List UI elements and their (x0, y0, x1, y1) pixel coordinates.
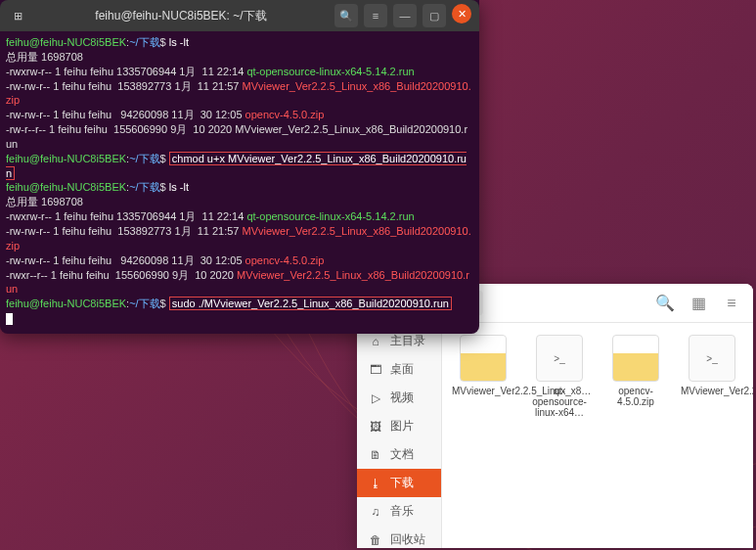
sidebar-item-label: 桌面 (390, 361, 414, 378)
sidebar-icon: ⭳ (369, 477, 382, 490)
sidebar-icon: 🗑 (369, 533, 382, 547)
sidebar-icon: ⌂ (369, 335, 382, 348)
search-icon[interactable]: 🔍 (334, 4, 358, 27)
file-item[interactable]: qt-opensource-linux-x64… (528, 335, 591, 418)
menu-icon[interactable]: ≡ (364, 4, 387, 27)
file-name: qt-opensource-linux-x64… (528, 386, 591, 418)
file-name: opencv-4.5.0.zip (604, 386, 667, 407)
new-tab-icon[interactable]: ⊞ (8, 6, 27, 25)
window-title: feihu@feihu-NUC8i5BEK: ~/下载 (27, 8, 334, 24)
file-name: MVviewer_Ver2.2.5_Linux_x8… (452, 386, 514, 396)
terminal-window: ⊞ feihu@feihu-NUC8i5BEK: ~/下载 🔍 ≡ — ▢ ✕ … (0, 0, 479, 334)
file-item[interactable]: MVviewer_Ver2.2.5_Linux_x8… (452, 335, 514, 396)
sidebar-item-2[interactable]: ▷视频 (357, 384, 441, 412)
sidebar-item-label: 音乐 (390, 503, 414, 520)
sidebar-item-3[interactable]: 🖼图片 (357, 412, 441, 440)
sidebar-item-6[interactable]: ♫音乐 (357, 497, 441, 526)
file-manager-grid[interactable]: MVviewer_Ver2.2.5_Linux_x8… qt-opensourc… (442, 284, 753, 548)
sidebar-item-5[interactable]: ⭳下载 (357, 469, 441, 497)
sidebar-icon: 🖼 (369, 420, 382, 434)
sidebar-item-label: 文档 (390, 446, 414, 463)
search-icon[interactable]: 🔍 (651, 290, 679, 317)
zip-file-icon (612, 335, 659, 382)
sidebar-item-label: 回收站 (390, 531, 425, 548)
zip-file-icon (460, 335, 507, 382)
sidebar-icon: 🗎 (369, 448, 382, 462)
sidebar-item-7[interactable]: 🗑回收站 (357, 526, 441, 548)
terminal-body[interactable]: feihu@feihu-NUC8i5BEK:~/下载$ ls -lt 总用量 1… (0, 31, 479, 334)
file-name: MVviewer_Ver2.2.5_Linux_x8… (681, 386, 743, 396)
sidebar-item-label: 主目录 (390, 333, 425, 349)
maximize-icon[interactable]: ▢ (422, 4, 446, 27)
run-file-icon (536, 335, 583, 382)
watermark: CSDN @霸鏊 (668, 527, 746, 544)
sidebar-item-label: 图片 (390, 418, 414, 435)
sidebar-icon: ♫ (369, 505, 382, 519)
sidebar-item-1[interactable]: 🗔桌面 (357, 355, 441, 384)
sidebar-item-label: 视频 (390, 390, 414, 406)
sidebar-item-label: 下载 (390, 475, 414, 491)
sidebar-icon: 🗔 (369, 363, 382, 377)
close-icon[interactable]: ✕ (452, 4, 471, 23)
file-item[interactable]: opencv-4.5.0.zip (604, 335, 667, 407)
sidebar-item-4[interactable]: 🗎文档 (357, 440, 441, 469)
sidebar-icon: ▷ (369, 391, 382, 405)
run-file-icon (689, 335, 735, 382)
menu-icon[interactable]: ≡ (718, 290, 745, 317)
view-grid-icon[interactable]: ▦ (685, 290, 712, 317)
minimize-icon[interactable]: — (393, 4, 417, 27)
terminal-titlebar[interactable]: ⊞ feihu@feihu-NUC8i5BEK: ~/下载 🔍 ≡ — ▢ ✕ (0, 0, 479, 31)
file-item[interactable]: MVviewer_Ver2.2.5_Linux_x8… (681, 335, 743, 396)
